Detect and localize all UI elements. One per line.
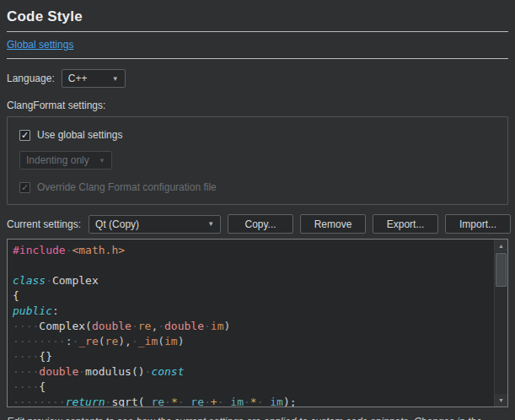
scrollbar-thumb[interactable] (496, 253, 507, 287)
checkbox-icon: ✓ (19, 130, 30, 141)
current-settings-label: Current settings: (7, 218, 81, 230)
language-row: Language: C++ ▼ (7, 69, 508, 88)
use-global-settings-label: Use global settings (37, 129, 122, 141)
language-combo-value: C++ (68, 73, 88, 84)
clangformat-groupbox: ✓ Use global settings Indenting only ▼ ✓… (7, 116, 508, 205)
language-combo[interactable]: C++ ▼ (62, 69, 126, 88)
title-separator (7, 31, 508, 32)
copy-button[interactable]: Copy... (228, 214, 293, 234)
link-separator (7, 58, 508, 59)
code-line[interactable]: ····double·modulus()·const (13, 364, 494, 380)
formatting-mode-value: Indenting only (26, 154, 89, 166)
current-settings-combo-value: Qt (Copy) (95, 218, 139, 230)
chevron-down-icon: ▼ (207, 220, 214, 228)
code-line[interactable]: ····{} (13, 349, 494, 364)
current-settings-combo[interactable]: Qt (Copy) ▼ (89, 215, 221, 234)
formatting-mode-combo: Indenting only ▼ (19, 151, 112, 170)
code-preview-editor[interactable]: #include·<math.h>class·Complex{public:··… (7, 239, 508, 407)
chevron-down-icon: ▼ (112, 75, 119, 83)
scroll-up-button[interactable]: ▲ (495, 240, 507, 252)
footer-hint-text: Edit preview contents to see how the cur… (7, 413, 508, 420)
use-global-settings-checkbox[interactable]: ✓ Use global settings (19, 129, 496, 141)
override-clang-format-checkbox: ✓ Override Clang Format configuration fi… (19, 181, 496, 193)
code-area[interactable]: #include·<math.h>class·Complex{public:··… (8, 240, 494, 407)
current-settings-row: Current settings: Qt (Copy) ▼ Copy...Rem… (7, 214, 508, 234)
code-style-settings-page: Code Style Global settings Language: C++… (0, 0, 515, 420)
code-line[interactable]: ········return·sqrt(_re·*·_re·+·_im·*·_i… (13, 395, 494, 407)
code-line[interactable]: ····Complex(double·re,·double·im) (13, 319, 494, 334)
remove-button[interactable]: Remove (300, 214, 366, 234)
override-clang-format-label: Override Clang Format configuration file (37, 181, 217, 193)
code-line[interactable]: public: (13, 304, 494, 319)
code-line[interactable] (13, 258, 494, 273)
code-line[interactable]: { (13, 288, 494, 304)
code-line[interactable]: #include·<math.h> (13, 243, 494, 258)
code-line[interactable]: ········:·_re(re),·_im(im) (13, 334, 494, 349)
code-line[interactable]: class·Complex (13, 273, 494, 288)
chevron-down-icon: ▼ (99, 157, 105, 164)
clangformat-settings-label: ClangFormat settings: (7, 100, 508, 111)
checkbox-icon: ✓ (19, 182, 30, 193)
language-label: Language: (7, 73, 55, 84)
code-line[interactable]: ····{ (13, 380, 494, 395)
export-button[interactable]: Export... (373, 214, 438, 234)
vertical-scrollbar[interactable]: ▲ ▼ (494, 240, 507, 407)
global-settings-link[interactable]: Global settings (7, 39, 73, 51)
scroll-down-button[interactable]: ▼ (495, 394, 507, 407)
import-button[interactable]: Import... (445, 214, 511, 234)
page-title: Code Style (7, 8, 508, 25)
